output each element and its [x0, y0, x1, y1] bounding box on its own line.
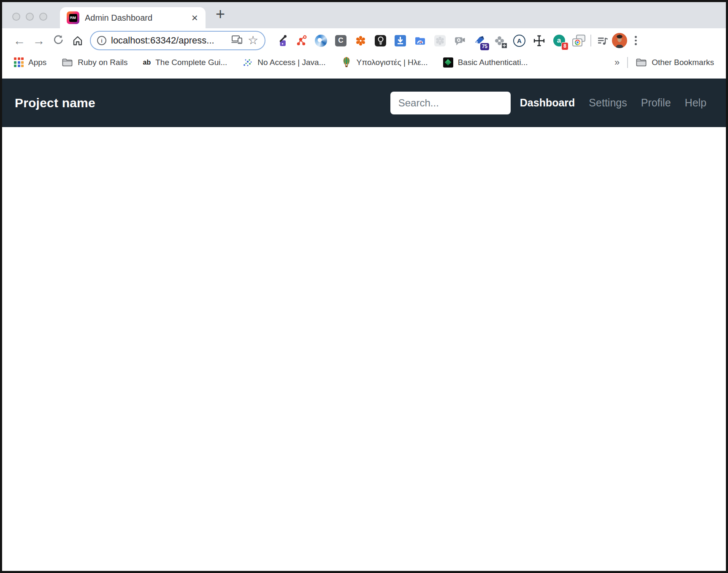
- search-input[interactable]: [390, 92, 511, 114]
- bookmark-label: The Complete Gui...: [155, 58, 227, 67]
- send-to-device-icon[interactable]: [231, 35, 243, 46]
- window-controls: [12, 13, 47, 21]
- nav-link-help[interactable]: Help: [685, 97, 706, 109]
- playlist-music-icon[interactable]: [596, 34, 609, 47]
- ab-icon: ab: [143, 59, 151, 66]
- letter-c-extension-icon[interactable]: C: [334, 34, 347, 47]
- bookmarks-bar: Apps Ruby on Rails ab The Complete Gui..…: [2, 53, 726, 72]
- bookmark-label: Apps: [28, 58, 46, 67]
- bookmark-label: Basic Authenticati...: [458, 58, 528, 67]
- bookmark-computers-greek[interactable]: Υπολογιστές | Ηλε...: [341, 57, 428, 68]
- apps-grid-icon: [14, 57, 24, 67]
- browser-toolbar: ← → i localhost:63342/apress... ☆ C: [2, 28, 726, 53]
- bookmark-label: Other Bookmarks: [652, 58, 714, 67]
- close-window-button[interactable]: [12, 13, 20, 21]
- rubymine-favicon-icon: RM: [67, 11, 79, 24]
- page-top-margin: [2, 72, 726, 79]
- chrome-logo-icon: [575, 40, 580, 45]
- reload-icon[interactable]: [49, 34, 68, 48]
- maximize-window-button[interactable]: [39, 13, 47, 21]
- new-tab-button[interactable]: +: [216, 6, 225, 22]
- chrome-frames-extension-icon[interactable]: [572, 34, 585, 47]
- back-icon[interactable]: ←: [10, 35, 29, 47]
- nav-link-profile[interactable]: Profile: [641, 97, 671, 109]
- forward-icon[interactable]: →: [29, 35, 49, 47]
- balloon-icon: [341, 57, 352, 68]
- minimize-window-button[interactable]: [26, 13, 34, 21]
- extensions-row: C 75: [275, 34, 585, 47]
- faded-flower-extension-icon[interactable]: [433, 34, 447, 47]
- nav-link-settings[interactable]: Settings: [589, 97, 627, 109]
- teal-a-badge-extension-icon[interactable]: a 8: [552, 34, 566, 47]
- camera-chat-extension-icon[interactable]: [453, 34, 466, 47]
- bookmarks-overflow-icon[interactable]: »: [614, 57, 620, 68]
- fan-window-extension-icon[interactable]: [493, 34, 506, 47]
- bookmark-complete-guide[interactable]: ab The Complete Gui...: [143, 58, 227, 67]
- bookmark-basic-auth[interactable]: Basic Authenticati...: [443, 57, 528, 68]
- browser-window: RM Admin Dashboard × + ← → i localhost:6…: [0, 0, 728, 573]
- bookmark-star-icon[interactable]: ☆: [248, 35, 258, 46]
- orange-gear-extension-icon[interactable]: [354, 34, 367, 47]
- url-text[interactable]: localhost:63342/apress...: [111, 35, 227, 46]
- browser-tab[interactable]: RM Admin Dashboard ×: [60, 7, 206, 28]
- bookmark-ruby-on-rails[interactable]: Ruby on Rails: [62, 57, 127, 68]
- page-content: [2, 127, 726, 571]
- page-info-icon[interactable]: i: [97, 36, 106, 45]
- bookmark-apps[interactable]: Apps: [14, 57, 46, 67]
- bookmark-label: Ruby on Rails: [78, 58, 127, 67]
- folder-icon: [62, 57, 73, 68]
- circled-a-extension-icon[interactable]: A: [513, 34, 526, 47]
- download-arrow-extension-icon[interactable]: [394, 34, 407, 47]
- tab-strip: RM Admin Dashboard × +: [2, 2, 726, 28]
- mini-window-icon: [501, 43, 507, 49]
- bookmarks-separator: [627, 57, 628, 68]
- lighthouse-bulb-extension-icon[interactable]: [374, 34, 387, 47]
- blue-swirl-extension-icon[interactable]: [314, 34, 327, 47]
- other-bookmarks[interactable]: Other Bookmarks: [636, 57, 714, 68]
- bookmark-label: No Access | Java...: [257, 58, 325, 67]
- eyedropper-extension-icon[interactable]: [275, 34, 288, 47]
- green-diamond-icon: [443, 57, 453, 68]
- org-people-extension-icon[interactable]: [295, 34, 308, 47]
- scatter-dots-icon: [242, 57, 253, 68]
- navbar-links: Dashboard Settings Profile Help: [520, 97, 706, 109]
- folder-icon: [636, 57, 647, 68]
- crosshair-move-extension-icon[interactable]: [533, 34, 546, 47]
- extension-badge-75: 75: [480, 43, 489, 50]
- blue-key-extension-icon[interactable]: 75: [473, 34, 486, 47]
- extension-badge-8: 8: [561, 42, 568, 50]
- profile-avatar[interactable]: [612, 33, 627, 48]
- home-icon[interactable]: [68, 35, 87, 46]
- site-navbar: Project name Dashboard Settings Profile …: [2, 79, 726, 127]
- nav-link-dashboard[interactable]: Dashboard: [520, 97, 575, 109]
- tab-title: Admin Dashboard: [85, 13, 185, 23]
- bookmark-label: Υπολογιστές | Ηλε...: [357, 58, 428, 67]
- bookmark-no-access[interactable]: No Access | Java...: [242, 57, 325, 68]
- navbar-brand[interactable]: Project name: [15, 96, 95, 110]
- address-bar[interactable]: i localhost:63342/apress... ☆: [90, 31, 265, 50]
- folder-gauge-extension-icon[interactable]: [414, 34, 427, 47]
- tab-close-icon[interactable]: ×: [191, 12, 199, 23]
- browser-menu-icon[interactable]: [631, 36, 640, 45]
- toolbar-separator: [590, 35, 591, 46]
